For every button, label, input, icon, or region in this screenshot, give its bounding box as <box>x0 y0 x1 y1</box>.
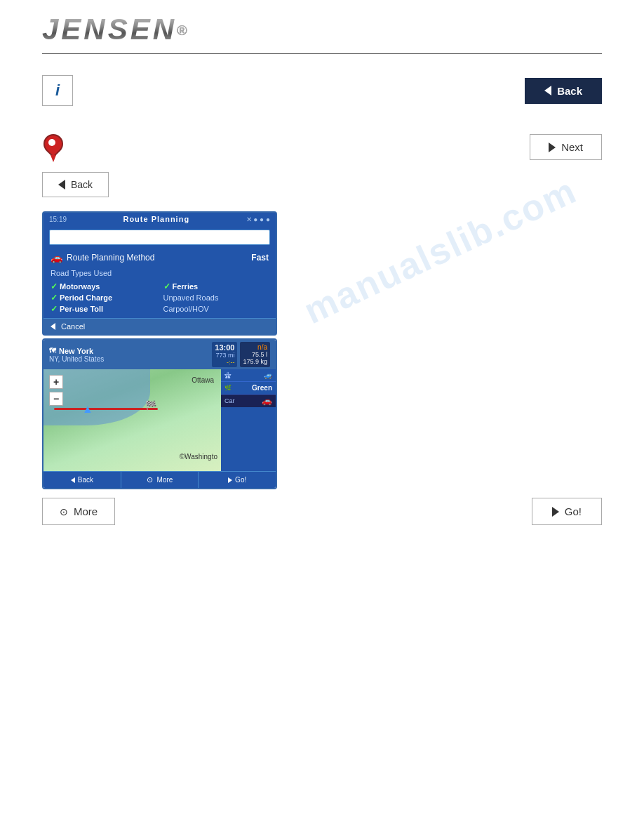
back-label-small: Back <box>71 179 93 190</box>
route-method-text: Route Planning Method <box>67 253 154 263</box>
bottom-buttons-row: ⊙ More Go! <box>42 498 602 525</box>
map-route-line <box>54 408 158 410</box>
car-icon: 🚗 <box>51 252 62 263</box>
map-back-arrow-icon <box>71 477 75 483</box>
back-label-top: Back <box>557 85 582 97</box>
marker-pin-row <box>42 134 65 164</box>
map-stat-cost-col: n/a 75.5 l 175.9 kg <box>240 342 270 367</box>
mode-value: Green <box>252 384 272 392</box>
map-marker <box>42 134 65 164</box>
route-method-label: 🚗 Route Planning Method <box>51 252 154 263</box>
map-go-button[interactable]: Go! <box>199 472 276 488</box>
back-button-top[interactable]: Back <box>525 78 602 104</box>
route-method-value: Fast <box>251 253 269 263</box>
map-back-button[interactable]: Back <box>43 472 121 488</box>
main-content: manualslib.com i Back Bac <box>0 54 644 546</box>
map-sidebar: 🛣 🚙 🌿 Green Car 🚗 <box>221 369 276 471</box>
go-button[interactable]: Go! <box>532 498 602 525</box>
road-type-ferries: ✓ Ferries <box>163 282 269 291</box>
arrow-left-small-icon <box>58 180 65 190</box>
cancel-label: Cancel <box>61 322 85 331</box>
screen-input-bar[interactable] <box>49 230 270 245</box>
map-sidebar-road-icon: 🛣 🚙 <box>221 369 276 382</box>
check-per-use-toll: ✓ <box>51 304 58 314</box>
next-button[interactable]: Next <box>530 134 602 160</box>
check-period-charge: ✓ <box>51 293 58 303</box>
device-screen-container: 15:19 Route Planning ✕ ● ● ● 🚗 Route Pla… <box>42 211 602 525</box>
copy-icon: ⊙ <box>60 506 68 517</box>
map-more-label: More <box>157 476 173 484</box>
more-button[interactable]: ⊙ More <box>42 498 115 525</box>
route-method-row: 🚗 Route Planning Method Fast <box>51 252 269 263</box>
road-type-carpool: Carpool/HOV <box>163 304 269 314</box>
info-row: i Back <box>42 75 602 106</box>
map-finish-flag: 🏁 <box>145 400 156 411</box>
map-city: 🗺 New York <box>49 347 104 355</box>
map-body: 🏁 ▲ + − Ottawa ©Washingto 🛣 🚙 <box>43 369 276 471</box>
info-icon-box: i <box>42 75 73 106</box>
back-button-small[interactable]: Back <box>42 172 109 197</box>
logo-dot: ® <box>177 22 190 39</box>
road-icon: 🛣 <box>224 371 232 379</box>
next-label: Next <box>561 141 583 153</box>
route-planning-screen: 15:19 Route Planning ✕ ● ● ● 🚗 Route Pla… <box>42 211 277 336</box>
car-vehicle-icon: 🚗 <box>262 396 272 406</box>
map-label-washington: ©Washingto <box>180 453 217 461</box>
marker-row: Back Next <box>42 134 602 197</box>
car-label: Car <box>224 397 235 404</box>
go-label: Go! <box>565 505 582 517</box>
marker-section: Back <box>42 134 109 197</box>
more-label: More <box>74 505 98 517</box>
map-screen: 🗺 New York NY, United States 13:00 773 m… <box>42 338 277 489</box>
screen-time: 15:19 <box>49 216 67 223</box>
map-title-info: 🗺 New York NY, United States <box>49 347 104 363</box>
map-stats-panel: 13:00 773 mi -:-- n/a 75.5 l 175.9 kg <box>212 342 270 367</box>
map-zoom-in-button[interactable]: + <box>49 375 63 389</box>
screen-icons: ✕ ● ● ● <box>246 216 270 223</box>
map-bottombar: Back ⊙ More Go! <box>43 471 276 488</box>
map-stat-cost: n/a <box>257 343 267 351</box>
road-type-period-charge: ✓ Period Charge <box>51 293 156 303</box>
screen-titlebar: 15:19 Route Planning ✕ ● ● ● <box>43 213 276 225</box>
map-nav-arrow: ▲ <box>82 403 93 416</box>
map-sidebar-mode-row: 🌿 Green <box>221 382 276 395</box>
road-type-unpaved: Unpaved Roads <box>163 293 269 303</box>
map-flag-icon: 🗺 <box>49 347 56 355</box>
check-motorways: ✓ <box>51 282 58 291</box>
map-more-button[interactable]: ⊙ More <box>121 472 199 488</box>
map-visual: 🏁 ▲ + − Ottawa ©Washingto <box>43 369 221 471</box>
map-stat-warn: -:-- <box>227 359 235 366</box>
cancel-arrow-icon <box>51 323 55 330</box>
arrow-right-icon <box>549 143 556 152</box>
road-type-per-use-toll: ✓ Per-use Toll <box>51 304 156 314</box>
marker-tip <box>51 155 56 162</box>
logo-text: JENSEN <box>42 13 177 46</box>
map-label-ottawa: Ottawa <box>192 376 214 384</box>
map-state: NY, United States <box>49 355 104 363</box>
road-type-motorways: ✓ Motorways <box>51 282 156 291</box>
map-back-label: Back <box>78 476 93 484</box>
map-titlebar: 🗺 New York NY, United States 13:00 773 m… <box>43 340 276 369</box>
header: JENSEN® <box>0 0 644 53</box>
map-stat-time: 13:00 <box>215 343 234 352</box>
map-stat-time-col: 13:00 773 mi -:-- <box>212 342 237 367</box>
screen-title: Route Planning <box>123 215 189 223</box>
arrow-left-icon <box>544 86 551 95</box>
map-go-arrow-icon <box>228 477 232 483</box>
screen-section: 🚗 Route Planning Method Fast Road Types … <box>43 248 276 318</box>
copy-icon-small: ⊙ <box>147 475 153 484</box>
marker-inner-dot <box>48 139 55 146</box>
map-zoom-out-button[interactable]: − <box>49 392 63 406</box>
map-stat-co2: 175.9 kg <box>243 358 267 365</box>
road-types-title: Road Types Used <box>51 269 269 277</box>
check-ferries: ✓ <box>163 282 170 291</box>
logo: JENSEN® <box>42 13 602 46</box>
road-types-grid: ✓ Motorways ✓ Ferries ✓ Period Charge Un… <box>51 282 269 314</box>
go-arrow-right-icon <box>552 507 559 517</box>
map-stat-dist: 773 mi <box>215 352 234 359</box>
mode-icon: 🌿 <box>224 385 232 391</box>
screen-cancel-bar[interactable]: Cancel <box>43 318 276 334</box>
info-icon: i <box>55 81 60 100</box>
map-stat-fuel: 75.5 l <box>252 351 267 358</box>
map-go-label: Go! <box>235 476 246 484</box>
